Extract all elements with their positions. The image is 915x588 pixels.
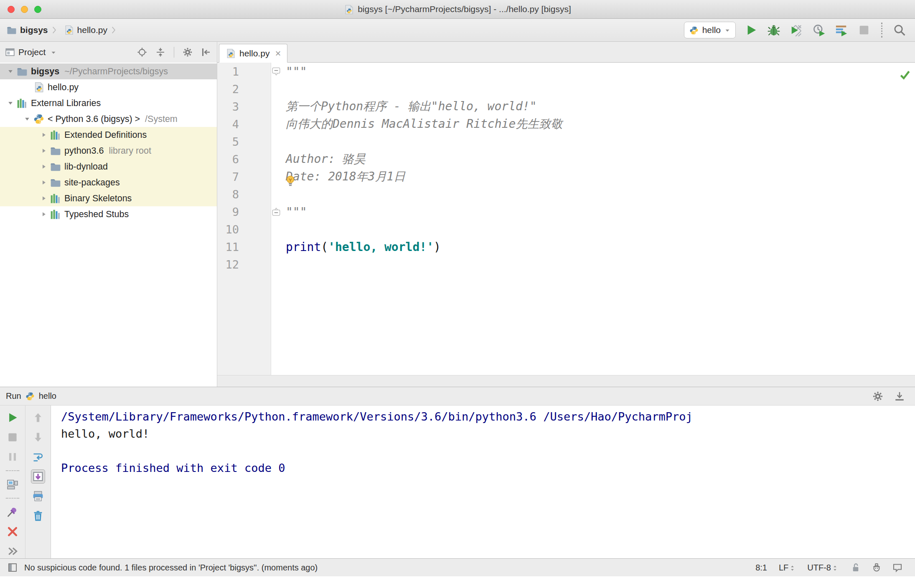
code-line[interactable]: """ (282, 205, 915, 219)
updown-icon (789, 565, 796, 571)
project-panel-title[interactable]: Project (18, 47, 46, 57)
breadcrumb-item-hello-py[interactable]: hello.py (64, 25, 107, 35)
zoom-window-button[interactable] (34, 6, 41, 13)
editor-line-2[interactable]: 2 (217, 80, 915, 98)
code-line[interactable]: print('hello, world!') (282, 240, 915, 254)
collapse-all-button[interactable] (155, 46, 166, 58)
editor-line-11[interactable]: 11print('hello, world!') (217, 238, 915, 256)
code-line[interactable]: Date: 2018年3月1日 (282, 169, 915, 185)
editor-line-7[interactable]: 7Date: 2018年3月1日 (217, 168, 915, 185)
tree-item-bigsys[interactable]: bigsys~/PycharmProjects/bigsys (0, 63, 217, 79)
tree-item-typeshed-stubs[interactable]: Typeshed Stubs (0, 206, 217, 222)
editor-horizontal-scrollbar[interactable] (217, 375, 915, 387)
tree-arrow-closed-icon[interactable] (38, 132, 50, 138)
tree-arrow-open-icon[interactable] (4, 68, 17, 74)
editor-line-5[interactable]: 5 (217, 133, 915, 150)
hector-button[interactable] (871, 562, 882, 573)
tree-arrow-closed-icon[interactable] (38, 195, 50, 201)
fold-marker-end-icon[interactable] (271, 208, 282, 216)
python-icon (25, 392, 35, 401)
rerun-button[interactable] (5, 411, 20, 425)
editor-line-1[interactable]: 1""" (217, 63, 915, 80)
tree-item-hint: /System (145, 114, 178, 124)
down-button[interactable] (31, 430, 45, 444)
tree-arrow-closed-icon[interactable] (38, 180, 50, 185)
search-everywhere-button[interactable] (892, 23, 907, 37)
arrow-closed-icon (41, 180, 47, 185)
code-line[interactable]: 向伟大的Dennis MacAlistair Ritchie先生致敬 (282, 116, 915, 132)
encoding-widget[interactable]: UTF-8 (807, 563, 838, 573)
tab-label: hello.py (239, 48, 269, 58)
up-button[interactable] (31, 411, 45, 425)
locate-button[interactable] (136, 46, 148, 58)
tree-item-external-libraries[interactable]: External Libraries (0, 95, 217, 111)
code-line[interactable]: Author: 骆昊 (282, 151, 915, 167)
tree-item-binary-skeletons[interactable]: Binary Skeletons (0, 190, 217, 206)
scroll-to-end-button[interactable] (31, 469, 45, 484)
profiler-button[interactable] (812, 23, 826, 37)
hide-button[interactable] (200, 46, 212, 58)
code-segment-doc: Author: 骆昊 (286, 152, 366, 166)
console-toolbar-separator (6, 470, 19, 471)
print-button[interactable] (31, 489, 45, 503)
tab-close-icon[interactable]: × (275, 48, 281, 58)
concurrency-diagram-button[interactable] (834, 23, 849, 37)
pause-button[interactable] (5, 450, 20, 464)
fold-marker-start-icon[interactable] (271, 67, 282, 76)
tree-arrow-closed-icon[interactable] (38, 164, 50, 170)
editor-line-9[interactable]: 9""" (217, 203, 915, 220)
editor-line-12[interactable]: 12 (217, 256, 915, 273)
feedback-bubble-button[interactable] (892, 562, 903, 573)
tool-window-toggle-icon[interactable] (7, 562, 18, 573)
code-editor[interactable]: 1"""23第一个Python程序 - 输出"hello, world!"4向伟… (217, 63, 915, 375)
close-window-button[interactable] (8, 6, 15, 13)
tree-arrow-closed-icon[interactable] (38, 211, 50, 217)
run-configuration-select[interactable]: hello (684, 22, 736, 38)
settings-button[interactable] (182, 46, 193, 58)
debug-button[interactable] (767, 23, 781, 37)
more-button[interactable] (5, 544, 20, 558)
soft-wrap-icon (32, 451, 44, 463)
editor-line-4[interactable]: 4向伟大的Dennis MacAlistair Ritchie先生致敬 (217, 115, 915, 133)
intention-bulb-icon[interactable] (284, 175, 297, 187)
unlock-button[interactable] (850, 562, 862, 573)
editor-line-3[interactable]: 3第一个Python程序 - 输出"hello, world!" (217, 98, 915, 115)
close-button[interactable] (5, 525, 20, 539)
settings-button[interactable] (872, 390, 884, 403)
breadcrumb-item-bigsys[interactable]: bigsys (7, 25, 48, 35)
chevron-down-icon (51, 50, 56, 56)
tree-arrow-open-icon[interactable] (4, 100, 17, 106)
code-line[interactable]: """ (282, 65, 915, 79)
tab-hello-py[interactable]: hello.py × (219, 44, 287, 63)
code-line[interactable]: 第一个Python程序 - 输出"hello, world!" (282, 99, 915, 114)
pin-button[interactable] (5, 505, 20, 519)
run-with-coverage-button[interactable] (789, 23, 803, 37)
inspections-ok-icon[interactable] (899, 67, 911, 81)
line-separator-widget[interactable]: LF (779, 563, 796, 573)
console-toolbar-primary (0, 406, 25, 558)
console-output[interactable]: /System/Library/Frameworks/Python.framew… (51, 406, 915, 558)
tree-item-lib-dynload[interactable]: lib-dynload (0, 159, 217, 175)
stop-button[interactable] (857, 23, 871, 37)
hide-down-button[interactable] (893, 390, 906, 403)
console-line: Process finished with exit code 0 (61, 459, 915, 476)
tree-item-site-packages[interactable]: site-packages (0, 175, 217, 190)
stop-button[interactable] (5, 430, 20, 444)
chevron-down-icon[interactable] (51, 48, 56, 56)
editor-line-10[interactable]: 10 (217, 220, 915, 238)
python-file-icon (33, 82, 44, 93)
clear-button[interactable] (31, 509, 45, 523)
soft-wrap-button[interactable] (31, 450, 45, 464)
editor-line-6[interactable]: 6Author: 骆昊 (217, 150, 915, 168)
tree-arrow-closed-icon[interactable] (38, 148, 50, 154)
caret-position[interactable]: 8:1 (755, 563, 767, 573)
tree-item-python-3-6-bigsys[interactable]: < Python 3.6 (bigsys) >/System (0, 111, 217, 127)
restore-layout-button[interactable] (5, 477, 20, 492)
tree-arrow-open-icon[interactable] (21, 116, 33, 122)
tree-item-extended-definitions[interactable]: Extended Definitions (0, 127, 217, 143)
editor-line-8[interactable]: 8 (217, 185, 915, 203)
tree-item-hello-py[interactable]: hello.py (0, 79, 217, 95)
run-button[interactable] (744, 23, 758, 37)
minimize-window-button[interactable] (21, 6, 28, 13)
tree-item-python3-6[interactable]: python3.6library root (0, 143, 217, 159)
